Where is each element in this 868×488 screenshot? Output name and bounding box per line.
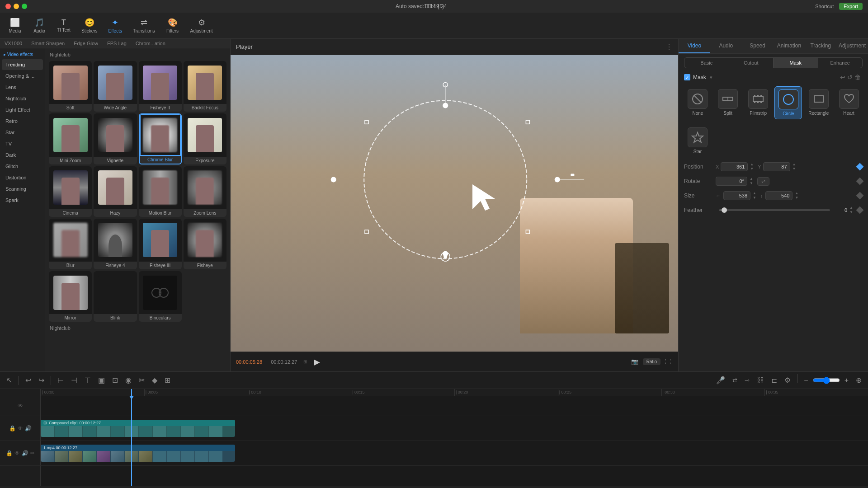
- right-tab-video[interactable]: Video: [679, 39, 710, 53]
- crop-tool[interactable]: ⊡: [109, 374, 121, 386]
- feather-handle[interactable]: [722, 207, 727, 213]
- feather-keyframe[interactable]: [856, 206, 864, 214]
- sidebar-item-star[interactable]: Star: [2, 127, 43, 138]
- tab-chrom[interactable]: Chrom...ation: [131, 39, 170, 48]
- toolbar-text[interactable]: T TI Text: [52, 17, 75, 34]
- effect-chrome[interactable]: Chrome Blur: [139, 113, 182, 164]
- export-button[interactable]: Export: [839, 3, 863, 10]
- size-w-up[interactable]: ▲: [752, 191, 757, 196]
- mask-shape-circle[interactable]: Circle: [774, 86, 802, 119]
- rotate-keyframe[interactable]: [856, 178, 864, 185]
- feather-slider[interactable]: [719, 209, 830, 211]
- size-w-down[interactable]: ▼: [752, 196, 757, 200]
- right-tab-animation[interactable]: Animation: [773, 39, 805, 53]
- x-down[interactable]: ▼: [750, 167, 754, 171]
- effect-cinema[interactable]: Cinema: [49, 166, 92, 217]
- subtab-mask[interactable]: Mask: [774, 58, 818, 68]
- shortcut-label[interactable]: Shortcut: [815, 4, 834, 9]
- delete-clip[interactable]: ▣: [95, 374, 108, 386]
- close-dot[interactable]: [5, 4, 11, 9]
- effect-wide[interactable]: Wide Angle: [94, 61, 137, 112]
- compound-clip[interactable]: ⊞ Compound clip1 00:00:12:27: [41, 420, 235, 437]
- y-down[interactable]: ▼: [792, 167, 797, 171]
- sidebar-item-glitch[interactable]: Glitch: [2, 161, 43, 172]
- mask-shape-heart[interactable]: Heart: [835, 86, 863, 119]
- video-clip[interactable]: 1.mp4 00:00:12:27: [41, 445, 235, 462]
- merge-clips-btn[interactable]: ⛓: [754, 374, 767, 386]
- tab-edge-glow[interactable]: Edge Glow: [69, 39, 103, 48]
- right-tab-speed[interactable]: Speed: [742, 39, 774, 53]
- effect-minizoom[interactable]: Mini Zoom: [49, 113, 92, 164]
- effect-fisheye2[interactable]: Fisheye II: [139, 61, 182, 112]
- feather-up[interactable]: ▲: [849, 206, 854, 210]
- eye-btn-empty[interactable]: 👁: [18, 403, 23, 409]
- subtab-cutout[interactable]: Cutout: [729, 58, 774, 68]
- unlink-clips-btn[interactable]: ⊸: [742, 374, 752, 386]
- sidebar-item-spark[interactable]: Spark: [2, 195, 43, 206]
- size-h-down[interactable]: ▼: [794, 196, 799, 200]
- effect-exposure[interactable]: Exposure: [184, 113, 226, 164]
- toolbar-transitions[interactable]: ⇌ Transitions: [128, 16, 160, 35]
- minimize-dot[interactable]: [14, 4, 19, 9]
- head-trim[interactable]: ⊣: [68, 374, 80, 386]
- sidebar-item-distortion[interactable]: Distortion: [2, 172, 43, 183]
- effect-binoculars[interactable]: Binoculars: [139, 271, 182, 322]
- toolbar-effects[interactable]: ✦ Effects: [104, 16, 127, 35]
- effect-fisheyeIII[interactable]: Fisheye III: [139, 219, 182, 269]
- effect-soft[interactable]: Soft: [49, 61, 92, 112]
- sidebar-item-retro[interactable]: Retro: [2, 116, 43, 127]
- sidebar-item-scanning[interactable]: Scanning: [2, 183, 43, 194]
- mask-undo-button[interactable]: ↩: [840, 74, 845, 81]
- rotate-flip-button[interactable]: ⇌: [757, 177, 769, 186]
- ratio-button[interactable]: Ratio: [643, 358, 660, 365]
- select-tool[interactable]: ↖: [4, 374, 15, 386]
- layout-icon[interactable]: ⊞: [303, 359, 307, 364]
- effect-hazy[interactable]: Hazy: [94, 166, 137, 217]
- speed-tool[interactable]: ◉: [123, 374, 134, 386]
- microphone-button[interactable]: 🎤: [713, 374, 728, 386]
- effect-backlit[interactable]: Backlit Focus: [184, 61, 226, 112]
- effect-blur[interactable]: Blur: [49, 219, 92, 269]
- toolbar-audio[interactable]: 🎵 Audio: [28, 16, 51, 35]
- rotate-up[interactable]: ▲: [749, 177, 754, 181]
- link-clips-btn[interactable]: ⇄: [730, 374, 740, 386]
- effect-zoom[interactable]: Zoom Lens: [184, 166, 226, 217]
- fullscreen-button[interactable]: ⛶: [663, 357, 673, 366]
- toolbar-adjustment[interactable]: ⚙ Adjustment: [186, 16, 217, 35]
- layout-tool[interactable]: ⊞: [162, 374, 173, 386]
- maximize-dot[interactable]: [22, 4, 27, 9]
- position-keyframe[interactable]: [856, 163, 864, 171]
- feather-down[interactable]: ▼: [849, 210, 854, 215]
- mute-btn-video[interactable]: 🔊: [22, 450, 28, 456]
- zoom-slider[interactable]: [813, 374, 840, 386]
- screenshot-button[interactable]: 📷: [629, 357, 640, 366]
- undo-button[interactable]: ↩: [23, 374, 34, 386]
- window-controls[interactable]: [5, 4, 27, 9]
- effect-fisheye4[interactable]: Fisheye 4: [94, 219, 137, 269]
- mask-checkbox[interactable]: ✓: [684, 74, 690, 80]
- tab-fps-lag[interactable]: FPS Lag: [103, 39, 131, 48]
- size-h-up[interactable]: ▲: [794, 191, 799, 196]
- mask-dropdown-arrow[interactable]: ▾: [710, 75, 712, 80]
- tab-vx1000[interactable]: VX1000: [0, 39, 27, 48]
- group-btn[interactable]: ⊏: [769, 374, 780, 386]
- effect-mirror[interactable]: Mirror: [49, 271, 92, 322]
- effect-motion[interactable]: Motion Blur: [139, 166, 182, 217]
- eye-btn-video[interactable]: 👁: [14, 450, 20, 456]
- y-up[interactable]: ▲: [792, 162, 797, 167]
- effect-fisheye[interactable]: Fisheye: [184, 219, 226, 269]
- subtab-basic[interactable]: Basic: [684, 58, 729, 68]
- play-button[interactable]: ▶: [311, 356, 323, 368]
- lock-btn-video[interactable]: 🔒: [6, 450, 13, 456]
- cut-tool[interactable]: ✂: [136, 374, 147, 386]
- x-up[interactable]: ▲: [750, 162, 754, 167]
- size-h-input[interactable]: [765, 191, 793, 200]
- right-tab-adjustment[interactable]: Adjustment: [836, 39, 868, 53]
- mask-shape-filmstrip[interactable]: Filmstrip: [745, 86, 772, 119]
- sidebar-item-trending[interactable]: Trending: [2, 59, 43, 70]
- sidebar-item-dark[interactable]: Dark: [2, 150, 43, 160]
- sidebar-item-opening[interactable]: Opening & ...: [2, 70, 43, 81]
- y-input[interactable]: [763, 162, 790, 171]
- eye-btn-compound[interactable]: 👁: [18, 425, 23, 432]
- sidebar-item-lens[interactable]: Lens: [2, 82, 43, 93]
